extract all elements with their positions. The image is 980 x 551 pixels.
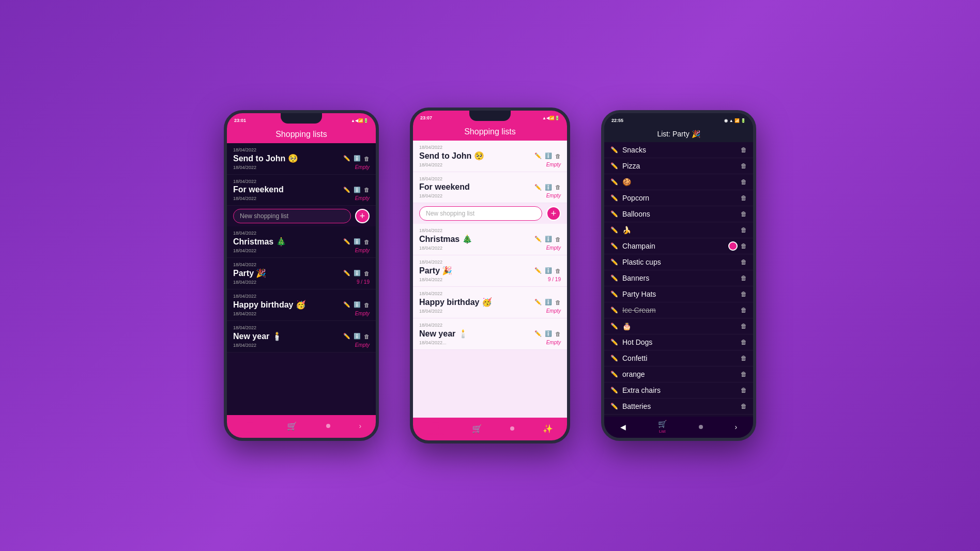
delete-icon[interactable]: 🗑	[555, 184, 561, 190]
edit-icon[interactable]: ✏️	[343, 333, 350, 340]
list-item[interactable]: 18/04/2022 Party 🎉 ✏️ ℹ️ 🗑 18/04/2022 9 …	[413, 255, 567, 287]
add-list-button[interactable]: +	[546, 206, 561, 221]
delete-icon[interactable]: 🗑	[555, 331, 561, 337]
detail-item-orange[interactable]: ✏️ orange 🗑	[604, 366, 753, 382]
delete-icon[interactable]: 🗑	[741, 242, 747, 250]
detail-item-party-hats[interactable]: ✏️ Party Hats 🗑	[604, 286, 753, 302]
tab-light[interactable]: ✨	[543, 424, 553, 434]
edit-icon[interactable]: ✏️	[610, 323, 618, 330]
tab-cart[interactable]: 🛒	[287, 421, 297, 431]
delete-icon[interactable]: 🗑	[364, 156, 370, 162]
info-icon[interactable]: ℹ️	[354, 155, 361, 162]
nav-arrow[interactable]: ›	[359, 422, 361, 430]
tab-back[interactable]: ◀	[620, 423, 626, 431]
edit-icon[interactable]: ✏️	[610, 178, 618, 186]
phone3-scroll[interactable]: ✏️ Snacks 🗑 ✏️ Pizza 🗑 ✏️ 🍪 🗑 ✏️ Popcorn…	[604, 142, 753, 417]
new-list-field[interactable]	[233, 209, 351, 223]
list-item[interactable]: 18/04/2022 Happy birthday 🥳 ✏️ ℹ️ 🗑 18/0…	[413, 287, 567, 318]
info-icon[interactable]: ℹ️	[545, 236, 552, 242]
list-item[interactable]: 18/04/2022 New year 🕯️ ✏️ ℹ️ 🗑 18/04/202…	[413, 318, 567, 350]
tab-list[interactable]: 🛒 List	[658, 420, 667, 434]
info-icon[interactable]: ℹ️	[354, 333, 361, 340]
edit-icon[interactable]: ✏️	[610, 403, 618, 410]
edit-icon[interactable]: ✏️	[610, 258, 618, 266]
edit-icon[interactable]: ✏️	[610, 242, 618, 250]
list-item[interactable]: 18/04/2022 Send to John 🥺 ✏️ ℹ️ 🗑 18/04/…	[413, 141, 567, 172]
info-icon[interactable]: ℹ️	[545, 152, 552, 159]
detail-item-pizza[interactable]: ✏️ Pizza 🗑	[604, 158, 753, 174]
edit-icon[interactable]: ✏️	[610, 371, 618, 378]
edit-icon[interactable]: ✏️	[610, 290, 618, 298]
list-item[interactable]: 18/04/2022 Send to John 🥺 ✏️ ℹ️ 🗑 18/04/…	[227, 143, 376, 175]
tab-shoplists[interactable]: ☰ Shoplists	[241, 418, 258, 434]
info-icon[interactable]: ℹ️	[354, 187, 361, 193]
delete-icon[interactable]: 🗑	[741, 323, 747, 330]
info-icon[interactable]: ℹ️	[354, 270, 361, 277]
edit-icon[interactable]: ✏️	[534, 267, 542, 274]
edit-icon[interactable]: ✏️	[610, 274, 618, 282]
delete-icon[interactable]: 🗑	[555, 153, 561, 159]
new-list-input-container[interactable]: +	[233, 209, 370, 223]
delete-icon[interactable]: 🗑	[741, 194, 747, 202]
list-item[interactable]: 18/04/2022 Happy birthday 🥳 ✏️ ℹ️ 🗑 18/0…	[227, 289, 376, 321]
detail-item-cookie[interactable]: ✏️ 🍪 🗑	[604, 174, 753, 190]
list-item[interactable]: 18/04/2022 Party 🎉 ✏️ ℹ️ 🗑 18/04/2022 9 …	[227, 258, 376, 289]
edit-icon[interactable]: ✏️	[534, 184, 542, 191]
detail-item-ice-cream[interactable]: ✏️ Ice Cream 🗑	[604, 302, 753, 318]
edit-icon[interactable]: ✏️	[534, 299, 542, 305]
delete-icon[interactable]: 🗑	[741, 162, 747, 170]
delete-icon[interactable]: 🗑	[555, 236, 561, 242]
delete-icon[interactable]: 🗑	[741, 210, 747, 218]
info-icon[interactable]: ℹ️	[545, 299, 552, 305]
tab-cart[interactable]: 🛒	[472, 424, 482, 434]
edit-icon[interactable]: ✏️	[610, 162, 618, 170]
delete-icon[interactable]: 🗑	[741, 403, 747, 410]
detail-item-confetti[interactable]: ✏️ Confetti 🗑	[604, 350, 753, 366]
list-item[interactable]: 18/04/2022 Christmas 🎄 ✏️ ℹ️ 🗑 18/04/202…	[227, 226, 376, 258]
detail-item-balloons[interactable]: ✏️ Balloons 🗑	[604, 206, 753, 222]
delete-icon[interactable]: 🗑	[741, 387, 747, 394]
edit-icon[interactable]: ✏️	[343, 187, 350, 193]
edit-icon[interactable]: ✏️	[610, 387, 618, 394]
detail-item-extra-chairs[interactable]: ✏️ Extra chairs 🗑	[604, 382, 753, 399]
delete-icon[interactable]: 🗑	[741, 339, 747, 346]
edit-icon[interactable]: ✏️	[610, 355, 618, 362]
delete-icon[interactable]: 🗑	[364, 270, 370, 277]
edit-icon[interactable]: ✏️	[610, 210, 618, 218]
delete-icon[interactable]: 🗑	[364, 239, 370, 245]
detail-item-cake[interactable]: ✏️ 🎂 🗑	[604, 318, 753, 334]
detail-item-popcorn[interactable]: ✏️ Popcorn 🗑	[604, 190, 753, 206]
info-icon[interactable]: ℹ️	[354, 301, 361, 308]
edit-icon[interactable]: ✏️	[343, 270, 350, 277]
list-item[interactable]: 18/04/2022 New year 🕯️ ✏️ ℹ️ 🗑 18/04/202…	[227, 321, 376, 353]
delete-icon[interactable]: 🗑	[741, 307, 747, 314]
list-item[interactable]: 18/04/2022 For weekend ✏️ ℹ️ 🗑 18/04/202…	[413, 172, 567, 203]
delete-icon[interactable]: 🗑	[364, 333, 370, 340]
info-icon[interactable]: ℹ️	[545, 267, 552, 274]
edit-icon[interactable]: ✏️	[610, 226, 618, 234]
delete-icon[interactable]: 🗑	[741, 290, 747, 298]
edit-icon[interactable]: ✏️	[343, 301, 350, 308]
edit-icon[interactable]: ✏️	[534, 236, 542, 242]
edit-icon[interactable]: ✏️	[343, 155, 350, 162]
detail-item-banana[interactable]: ✏️ 🍌 🗑	[604, 222, 753, 238]
edit-icon[interactable]: ✏️	[610, 307, 618, 314]
edit-icon[interactable]: ✏️	[610, 339, 618, 346]
detail-item-batteries[interactable]: ✏️ Batteries 🗑	[604, 399, 753, 415]
phone2-scroll[interactable]: 18/04/2022 Send to John 🥺 ✏️ ℹ️ 🗑 18/04/…	[413, 141, 567, 418]
info-icon[interactable]: ℹ️	[545, 184, 552, 191]
detail-item-banners[interactable]: ✏️ Banners 🗑	[604, 270, 753, 286]
delete-icon[interactable]: 🗑	[364, 302, 370, 308]
add-list-button[interactable]: +	[355, 209, 370, 223]
delete-icon[interactable]: 🗑	[741, 274, 747, 282]
edit-icon[interactable]: ✏️	[610, 194, 618, 202]
detail-item-snacks[interactable]: ✏️ Snacks 🗑	[604, 142, 753, 158]
phone1-scroll[interactable]: 18/04/2022 Send to John 🥺 ✏️ ℹ️ 🗑 18/04/…	[227, 143, 376, 415]
list-item[interactable]: 18/04/2022 For weekend ✏️ ℹ️ 🗑 18/04/202…	[227, 175, 376, 206]
edit-icon[interactable]: ✏️	[343, 238, 350, 245]
detail-item-plastic-cups[interactable]: ✏️ Plastic cups 🗑	[604, 254, 753, 270]
info-icon[interactable]: ℹ️	[354, 238, 361, 245]
tab-forward[interactable]: ›	[734, 423, 737, 431]
delete-icon[interactable]: 🗑	[741, 146, 747, 154]
delete-icon[interactable]: 🗑	[741, 371, 747, 378]
